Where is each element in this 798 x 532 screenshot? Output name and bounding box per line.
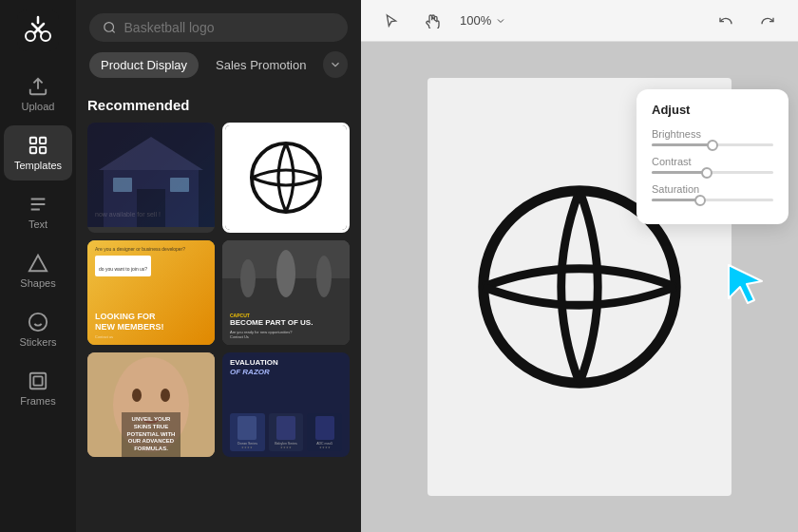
redo-button[interactable] <box>752 10 783 32</box>
svg-rect-20 <box>113 178 132 192</box>
svg-point-25 <box>240 259 256 297</box>
template-grid: now available for sell ! <box>87 123 350 457</box>
adjust-title: Adjust <box>652 103 773 117</box>
stickers-icon <box>28 312 48 332</box>
search-bar: Basketball logo <box>76 0 361 51</box>
app-logo <box>17 10 59 51</box>
contrast-row: Contrast <box>652 156 773 174</box>
redo-icon <box>760 13 775 28</box>
canvas-toolbar: 100% <box>361 0 798 42</box>
template-card-razor[interactable]: EVALUATIONOF RAZOR Ocean Series ★★★★ <box>222 352 350 457</box>
svg-point-22 <box>252 143 320 212</box>
sidebar: Upload Templates Text Shapes Stick <box>0 0 76 532</box>
canvas-main: Adjust Brightness Contrast Saturation <box>361 42 798 532</box>
chevron-down-icon <box>329 58 342 71</box>
svg-rect-14 <box>33 376 42 385</box>
section-title: Recommended <box>87 97 350 113</box>
svg-rect-7 <box>40 138 46 143</box>
basketball-small-icon <box>248 140 324 216</box>
search-icon <box>103 20 117 35</box>
canvas-area: 100% <box>361 0 798 532</box>
svg-rect-9 <box>40 147 46 153</box>
sidebar-item-upload-label: Upload <box>22 101 55 112</box>
brightness-label: Brightness <box>652 128 773 140</box>
upload-icon <box>28 76 48 97</box>
contrast-label: Contrast <box>652 156 773 167</box>
sidebar-item-frames[interactable]: Frames <box>4 361 72 416</box>
zoom-control[interactable]: 100% <box>460 13 506 28</box>
sidebar-item-shapes[interactable]: Shapes <box>4 243 72 298</box>
cursor-icon <box>384 13 399 28</box>
search-input-wrap[interactable]: Basketball logo <box>89 13 348 42</box>
contrast-slider[interactable] <box>652 171 773 174</box>
tab-sales-promotion[interactable]: Sales Promotion <box>204 52 317 78</box>
svg-point-26 <box>276 250 295 297</box>
svg-point-15 <box>104 23 114 32</box>
template-card-become[interactable]: CAPCUT BECOME PART OF US. Are you ready … <box>222 240 350 345</box>
saturation-row: Saturation <box>652 183 773 201</box>
cursor-pointer <box>724 260 771 312</box>
sidebar-item-text[interactable]: Text <box>4 184 72 239</box>
saturation-label: Saturation <box>652 183 773 195</box>
zoom-level: 100% <box>460 13 491 28</box>
search-input[interactable]: Basketball logo <box>124 20 334 35</box>
templates-icon <box>28 135 48 156</box>
sidebar-item-templates[interactable]: Templates <box>4 125 72 180</box>
tab-product-display[interactable]: Product Display <box>89 52 199 78</box>
chevron-down-icon <box>495 15 506 27</box>
brightness-row: Brightness <box>652 128 773 146</box>
svg-rect-8 <box>30 147 36 153</box>
sidebar-item-stickers[interactable]: Stickers <box>4 302 72 357</box>
svg-point-10 <box>29 314 47 331</box>
template-panel: Basketball logo Product Display Sales Pr… <box>76 0 361 532</box>
sidebar-item-stickers-label: Stickers <box>19 336 56 348</box>
template-card-house[interactable]: now available for sell ! <box>87 123 215 233</box>
sidebar-item-upload[interactable]: Upload <box>4 66 72 122</box>
frames-icon <box>28 370 48 391</box>
sidebar-item-templates-label: Templates <box>14 160 62 171</box>
svg-rect-19 <box>137 189 165 227</box>
capcut-logo-icon <box>17 10 59 51</box>
svg-marker-33 <box>729 265 762 303</box>
sidebar-item-frames-label: Frames <box>20 395 55 407</box>
adjust-panel: Adjust Brightness Contrast Saturation <box>636 89 788 224</box>
panel-content: Recommended <box>76 87 361 532</box>
template-card-design[interactable]: Are you a designer or business developer… <box>87 240 215 345</box>
brightness-slider[interactable] <box>652 143 773 146</box>
text-icon <box>28 194 48 215</box>
svg-point-27 <box>316 256 332 297</box>
template-card-basketball[interactable] <box>222 123 350 233</box>
select-tool-button[interactable] <box>376 10 407 32</box>
hand-icon <box>426 13 441 28</box>
tab-more-button[interactable] <box>323 51 348 78</box>
shapes-icon <box>28 253 48 274</box>
saturation-slider[interactable] <box>652 199 773 201</box>
undo-icon <box>718 13 733 28</box>
svg-rect-21 <box>170 178 189 192</box>
svg-rect-13 <box>30 373 47 390</box>
undo-button[interactable] <box>711 10 741 32</box>
template-card-face[interactable]: UNVEIL YOURSKINS TRUEPOTENTIAL WITHOUR A… <box>87 352 215 457</box>
sidebar-item-shapes-label: Shapes <box>20 277 55 289</box>
svg-rect-6 <box>30 138 36 143</box>
sidebar-item-text-label: Text <box>28 218 48 230</box>
hand-tool-button[interactable] <box>418 10 448 32</box>
pointer-cursor-icon <box>724 260 771 308</box>
tabs-row: Product Display Sales Promotion <box>76 51 361 87</box>
